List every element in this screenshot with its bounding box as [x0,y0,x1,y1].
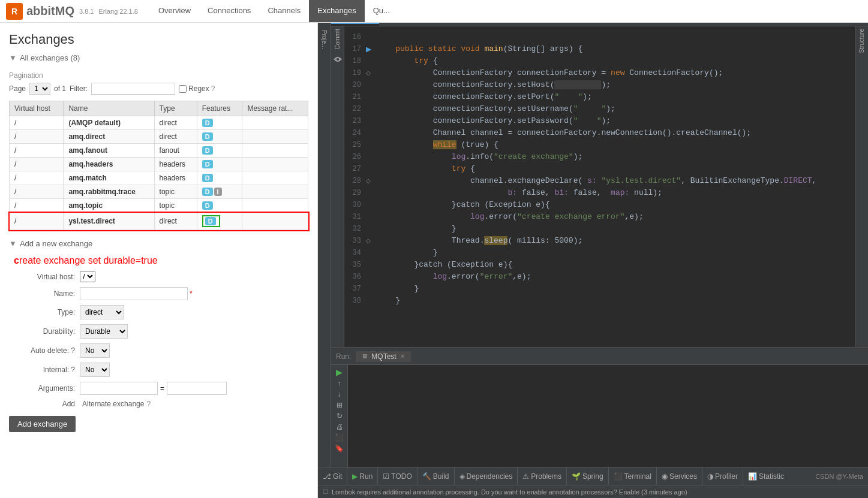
line-no-24: 24 [344,127,366,139]
cell-msgrate [242,199,308,213]
code-line-34: } [377,247,855,259]
eye-icon[interactable] [334,55,342,65]
exchanges-subtitle: ▼ All exchanges (8) [9,53,308,62]
nav-tabs: Overview Connections Channels Exchanges … [150,0,398,22]
table-row[interactable]: / (AMQP default) direct D [10,116,308,130]
internal-select[interactable]: No Yes [80,363,110,377]
form-row-type: Type: direct fanout topic headers [15,305,302,319]
build-label: Build [433,472,449,481]
run-tab-close[interactable]: ✕ [400,353,405,360]
line-no-17: 17 [344,43,366,55]
bottom-tab-build[interactable]: 🔨 Build [418,467,455,485]
csdn-label: CSDN @Y-Meta [810,473,868,480]
bottom-tab-profiler[interactable]: ◑ Profiler [702,467,743,485]
line-no-16: 16 [344,31,366,43]
code-line-27: try { [377,163,855,175]
vhost-select[interactable]: / [80,271,95,282]
regex-help[interactable]: ? [211,84,215,93]
gutter-25 [366,139,377,151]
run-up-icon[interactable]: ↑ [338,379,341,388]
bottom-tab-services[interactable]: ◉ Services [657,467,702,485]
code-line-16 [377,31,855,43]
tab-exchanges[interactable]: Exchanges [309,0,364,22]
bottom-tab-terminal[interactable]: ⬛ Terminal [609,467,657,485]
code-line-26: log.info("create exchange"); [377,151,855,163]
tab-channels[interactable]: Channels [259,0,309,22]
arguments-input[interactable] [80,382,158,395]
filter-input[interactable] [91,83,175,95]
internal-label: Internal: ? [15,366,75,374]
autodelete-select[interactable]: No Yes [80,343,110,358]
form-row-arguments: Arguments: = [15,382,302,395]
table-row-highlighted[interactable]: / ysl.test.direct direct D [10,213,308,230]
active-file-tab[interactable] [331,23,379,26]
durability-select[interactable]: Durable Transient [80,324,128,339]
gutter-24 [366,127,377,139]
problems-label: Problems [531,472,561,481]
tab-overview[interactable]: Overview [150,0,199,22]
table-row[interactable]: / amq.fanout fanout D [10,144,308,158]
regex-checkbox[interactable] [179,85,187,93]
bottom-tabs: ⎇ Git ▶ Run ☑ TODO 🔨 Build [318,467,810,485]
commit-sidebar: Commit [331,26,344,347]
ide-body: Proje... Commit [318,23,868,467]
tab-connections[interactable]: Connections [199,0,259,22]
run-stop-icon[interactable]: ⬛ [335,433,344,442]
bottom-tab-problems[interactable]: ⚠ Problems [518,467,567,485]
code-line-22: connectionFactory.setUsername(" "); [377,103,855,115]
deps-label: Dependencies [467,472,513,481]
run-reload-icon[interactable]: ↻ [337,412,343,420]
bottom-tab-todo[interactable]: ☑ TODO [378,467,417,485]
run-tab[interactable]: 🖥 MQTest ✕ [356,351,410,362]
cell-type: topic [154,185,197,199]
type-select[interactable]: direct fanout topic headers [80,305,124,319]
problems-icon: ⚠ [522,472,529,481]
code-line-23: connectionFactory.setPassword(" "); [377,115,855,127]
run-output [348,365,868,467]
cell-msgrate [242,144,308,158]
run-print-icon[interactable]: 🖨 [336,422,343,431]
col-features: Features [197,101,242,116]
subtitle-text: All exchanges (8) [20,53,80,62]
table-row[interactable]: / amq.headers headers D [10,158,308,171]
run-down-icon[interactable]: ↓ [338,390,341,399]
terminal-label: Terminal [624,472,651,481]
arguments-value-input[interactable] [167,382,227,395]
lombok-checkbox: ☐ [323,488,328,495]
run-bookmark-icon[interactable]: 🔖 [335,444,344,452]
add-exchange-toggle[interactable]: ▼ Add a new exchange [9,239,308,248]
bottom-tab-deps[interactable]: ◈ Dependencies [455,467,518,485]
run-play-icon[interactable]: ▶ [336,367,343,377]
cell-features: D [197,199,242,213]
profiler-icon: ◑ [707,472,713,481]
bottom-tab-spring[interactable]: 🌱 Spring [567,467,609,485]
bottom-tab-git[interactable]: ⎇ Git [318,467,347,485]
cell-type: direct [154,130,197,144]
run-grid-icon[interactable]: ⊞ [337,401,343,409]
gutter-16 [366,31,377,43]
form-row-internal: Internal: ? No Yes [15,363,302,377]
alt-help[interactable]: ? [146,400,151,408]
git-label: Git [333,472,342,481]
table-row[interactable]: / amq.match headers D [10,171,308,185]
bottom-tab-run[interactable]: ▶ Run [347,467,378,485]
page-select[interactable]: 1 [29,83,50,95]
version-label: 3.8.1 [79,8,94,15]
tab-queues[interactable]: Qu... [365,0,398,22]
table-row[interactable]: / amq.rabbitmq.trace topic DI [10,185,308,199]
code-editor[interactable]: public static void main(String[] args) {… [377,26,855,347]
bottom-tab-statistic[interactable]: 📊 Statistic [743,467,789,485]
gutter-22 [366,103,377,115]
alt-exchange-label[interactable]: Alternate exchange [82,400,144,408]
name-input[interactable] [80,287,188,300]
cell-vhost: / [10,199,64,213]
gutter: ▶ ◇ ◇ [366,26,377,347]
subtitle-arrow: ▼ [9,53,17,62]
table-row[interactable]: / amq.direct direct D [10,130,308,144]
equals-sign: = [160,384,164,393]
table-row[interactable]: / amq.topic topic D [10,199,308,213]
add-exchange-button[interactable]: Add exchange [9,416,76,432]
cell-name: (AMQP default) [64,116,154,130]
statistic-label: Statistic [759,472,784,481]
cell-type: direct [154,116,197,130]
